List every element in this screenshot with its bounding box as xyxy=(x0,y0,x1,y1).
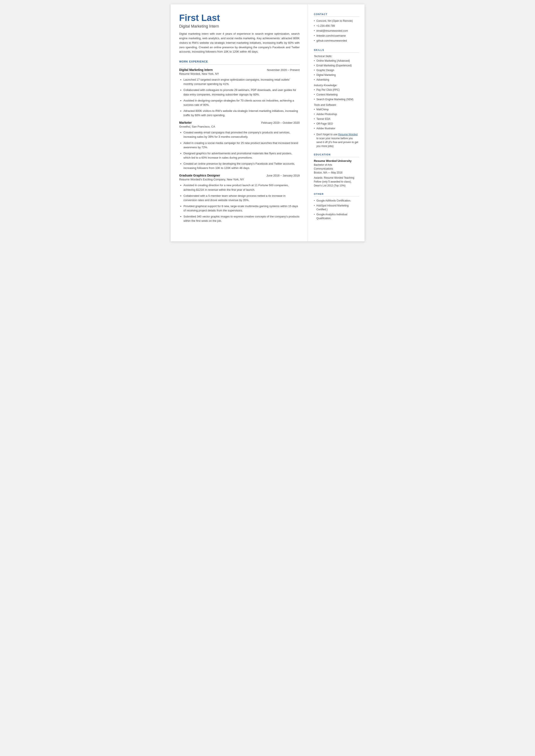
job-2-bullet-1: Created weekly email campaigns that prom… xyxy=(183,130,300,139)
contact-phone: +1-234-456-789 xyxy=(314,24,359,28)
contact-email: email@resumeworded.com xyxy=(314,29,359,33)
education-section: EDUCATION Resume Worded University Bache… xyxy=(314,153,359,187)
job-3-bullet-2: Collaborated with a 5-member team whose … xyxy=(183,194,300,202)
job-1-dates: November 2020 – Present xyxy=(267,68,300,71)
other-section: OTHER Google AdWords Certification. HubS… xyxy=(314,193,359,220)
contact-github: github.com/resumeworded xyxy=(314,39,359,43)
skill-4: Digital Marketing xyxy=(314,73,359,77)
edu-degree: Bachelor of Arts xyxy=(314,163,359,167)
skill-7: Content Marketing xyxy=(314,93,359,97)
job-1-bullet-2: Collaborated with colleagues to promote … xyxy=(183,88,300,97)
edu-location-date: Boston, MA — May 2018 xyxy=(314,171,359,175)
skills-category-3: Tools and Software: xyxy=(314,103,359,106)
job-3-header: Graduate Graphics Designer June 2018 – J… xyxy=(179,174,300,177)
skills-category-1: Technical Skills: xyxy=(314,55,359,58)
edu-field: Communications xyxy=(314,167,359,171)
other-list: Google AdWords Certification. HubSpot In… xyxy=(314,199,359,220)
job-1-bullet-3: Assisted in designing campaign strategie… xyxy=(183,98,300,107)
job-1-header: Digital Marketing Intern November 2020 –… xyxy=(179,68,300,71)
summary-text: Digital marketing intern with over 4 yea… xyxy=(179,32,300,54)
job-2-dates: February 2019 – October 2020 xyxy=(261,121,300,124)
edu-school: Resume Worded University xyxy=(314,159,359,162)
resume-page: First Last Digital Marketing Intern Digi… xyxy=(171,4,365,241)
other-section-title: OTHER xyxy=(314,193,359,197)
skill-13: Adobe Illustrator xyxy=(314,126,359,130)
job-1-company: Resume Worded, New York, NY xyxy=(179,72,300,75)
skill-2: Email Marketing (Experienced) xyxy=(314,64,359,68)
job-2-bullet-4: Created an online presence by developing… xyxy=(183,162,300,170)
other-item-1: Google AdWords Certification. xyxy=(314,199,359,203)
job-2-bullets: Created weekly email campaigns that prom… xyxy=(179,130,300,170)
skill-10: Adobe Photoshop xyxy=(314,112,359,116)
contact-section: CONTACT Concord, NH (Open to Remote) +1-… xyxy=(314,13,359,43)
job-2: Marketer February 2019 – October 2020 Gr… xyxy=(179,121,300,170)
job-3-company: Resume Worded's Exciting Company, New Yo… xyxy=(179,178,300,181)
job-1-bullet-4: Attracted 800K visitors to RW's website … xyxy=(183,109,300,118)
job-3-bullet-4: Submitted 340 vector graphic images to e… xyxy=(183,214,300,223)
job-2-bullet-3: Designed graphics for advertisements and… xyxy=(183,151,300,160)
skill-6: Pay Per Click (PPC) xyxy=(314,88,359,92)
job-3-dates: June 2018 – January 2019 xyxy=(267,174,300,177)
industry-skills-list: Pay Per Click (PPC) Content Marketing Se… xyxy=(314,88,359,101)
skill-8: Search Engine Marketing (SEM) xyxy=(314,98,359,101)
work-experience-section-title: WORK EXPERIENCE xyxy=(179,60,300,65)
skill-11: Tanner EDA xyxy=(314,117,359,121)
contact-section-title: CONTACT xyxy=(314,13,359,17)
job-1-bullet-1: Launched 17 targeted search engine optim… xyxy=(183,78,300,86)
job-2-bullet-2: Aided in creating a social media campaig… xyxy=(183,141,300,150)
contact-list: Concord, NH (Open to Remote) +1-234-456-… xyxy=(314,19,359,43)
education-section-title: EDUCATION xyxy=(314,153,359,157)
job-1-title: Digital Marketing Intern xyxy=(179,68,213,71)
right-column: CONTACT Concord, NH (Open to Remote) +1-… xyxy=(307,4,365,241)
skill-3: Graphic Design xyxy=(314,68,359,72)
skill-5: Advertising xyxy=(314,78,359,82)
skill-9: MailChimp xyxy=(314,107,359,111)
resume-worded-link[interactable]: Resume Worded xyxy=(338,133,358,136)
job-3-title: Graduate Graphics Designer xyxy=(179,174,220,177)
job-3-bullets: Assisted in creating direction for a new… xyxy=(179,183,300,223)
job-3-bullet-1: Assisted in creating direction for a new… xyxy=(183,183,300,192)
edu-awards: Awards: Resume Worded Teaching Fellow (o… xyxy=(314,176,359,187)
resume-worded-promo: Don't forget to use Resume Worded to sca… xyxy=(314,132,359,148)
left-column: First Last Digital Marketing Intern Digi… xyxy=(171,4,307,241)
job-2-company: Growthsi, San Francisco, CA xyxy=(179,125,300,128)
other-item-2: HubSpot Inbound Marketing Certified.) xyxy=(314,204,359,211)
skill-12: Off-Page SEO xyxy=(314,122,359,126)
technical-skills-list: Online Marketing (Advanced) Email Market… xyxy=(314,59,359,82)
skill-1: Online Marketing (Advanced) xyxy=(314,59,359,63)
other-item-3: Google Analytics Individual Qualificatio… xyxy=(314,212,359,220)
job-3-bullet-3: Provided graphical support for 8 new, la… xyxy=(183,204,300,213)
skills-section: SKILLS Technical Skills: Online Marketin… xyxy=(314,49,359,148)
job-2-header: Marketer February 2019 – October 2020 xyxy=(179,121,300,124)
job-1: Digital Marketing Intern November 2020 –… xyxy=(179,68,300,118)
tools-skills-list: MailChimp Adobe Photoshop Tanner EDA Off… xyxy=(314,107,359,130)
skills-category-2: Industry Knowledge: xyxy=(314,84,359,87)
candidate-title: Digital Marketing Intern xyxy=(179,24,300,29)
job-1-bullets: Launched 17 targeted search engine optim… xyxy=(179,78,300,118)
contact-location: Concord, NH (Open to Remote) xyxy=(314,19,359,23)
candidate-name: First Last xyxy=(179,13,300,23)
contact-linkedin: linkedin.com/in/username xyxy=(314,34,359,38)
skills-section-title: SKILLS xyxy=(314,49,359,53)
job-3: Graduate Graphics Designer June 2018 – J… xyxy=(179,174,300,223)
job-2-title: Marketer xyxy=(179,121,192,124)
